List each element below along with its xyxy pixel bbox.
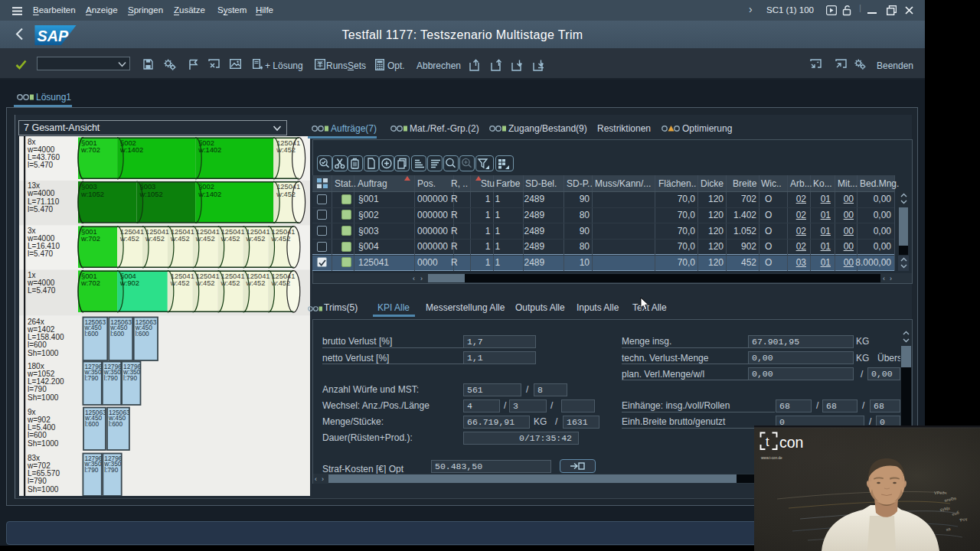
svg-text:w:452: w:452: [246, 279, 266, 287]
svg-text:§001: §001: [81, 139, 97, 147]
svg-text:§002: §002: [198, 139, 214, 147]
svg-text:t: t: [766, 435, 769, 448]
svg-text:Sh=1000: Sh=1000: [28, 349, 59, 357]
svg-text:125041: 125041: [272, 228, 296, 236]
svg-text:l:790: l:790: [104, 374, 118, 382]
svg-text:w:1402: w:1402: [198, 146, 221, 154]
svg-text:125041: 125041: [196, 272, 220, 280]
svg-text:l:790: l:790: [84, 374, 98, 382]
svg-text:w:452: w:452: [195, 235, 215, 243]
svg-text:125041: 125041: [221, 272, 245, 280]
svg-text:125041: 125041: [276, 183, 300, 191]
svg-text:w:1052: w:1052: [139, 191, 163, 198]
svg-text:l:790: l:790: [104, 466, 118, 474]
svg-text:w:702: w:702: [80, 235, 100, 243]
svg-text:125041: 125041: [247, 228, 270, 236]
svg-text:125041: 125041: [276, 139, 300, 147]
svg-text:§003: §003: [81, 183, 97, 191]
svg-text:125041: 125041: [196, 228, 220, 236]
svg-text:l:600: l:600: [109, 420, 122, 428]
svg-text:VPéðч: VPéðч: [934, 491, 946, 495]
svg-text:w:452: w:452: [270, 279, 290, 287]
svg-text:Sh=1000: Sh=1000: [28, 393, 59, 402]
svg-text:w:452: w:452: [246, 235, 266, 243]
svg-text:w:452: w:452: [271, 235, 291, 243]
svg-text:l=5.470: l=5.470: [28, 205, 54, 214]
svg-text:l:790: l:790: [123, 374, 137, 382]
svg-text:w:452: w:452: [145, 235, 165, 243]
svg-text:l:600: l:600: [110, 330, 124, 337]
svg-text:l=5.470: l=5.470: [28, 161, 54, 169]
svg-text:§003: §003: [140, 183, 156, 191]
svg-text:l:600: l:600: [84, 330, 98, 337]
svg-text:§002: §002: [120, 139, 136, 147]
svg-text:125041: 125041: [145, 228, 169, 236]
svg-text:Sh=1000: Sh=1000: [28, 485, 59, 494]
svg-text:w:1402: w:1402: [198, 191, 221, 198]
svg-text:Sh=1000: Sh=1000: [28, 439, 59, 448]
svg-text:w:452: w:452: [170, 279, 190, 287]
svg-text:w:1052: w:1052: [80, 191, 104, 198]
svg-text:w:452: w:452: [220, 279, 240, 287]
svg-text:l:600: l:600: [85, 420, 99, 428]
svg-text:L=5.470: L=5.470: [28, 286, 56, 295]
svg-text:125041: 125041: [171, 228, 194, 236]
svg-text:w:452: w:452: [276, 146, 296, 154]
svg-text:w:452: w:452: [195, 279, 215, 287]
svg-text:w:702: w:702: [80, 279, 100, 287]
svg-text:www.t-con.de: www.t-con.de: [761, 456, 782, 460]
svg-text:125041: 125041: [171, 272, 194, 280]
svg-text:125041: 125041: [221, 228, 245, 236]
svg-text:w:702: w:702: [80, 146, 100, 154]
svg-text:§002: §002: [198, 183, 214, 191]
svg-text:хө: хө: [946, 527, 951, 532]
svg-text:§001: §001: [81, 228, 97, 236]
svg-text:w:452: w:452: [220, 235, 240, 243]
svg-text:l:790: l:790: [84, 466, 98, 474]
svg-text:w:902: w:902: [119, 279, 139, 287]
svg-text:w:452: w:452: [170, 235, 190, 243]
svg-text:l=5.470: l=5.470: [28, 249, 54, 258]
svg-text:125041: 125041: [120, 228, 144, 236]
svg-text:l:600: l:600: [136, 330, 149, 337]
svg-text:125041: 125041: [271, 272, 295, 280]
svg-text:w:452: w:452: [119, 235, 139, 243]
svg-text:§004: §004: [120, 272, 136, 280]
svg-text:§001: §001: [81, 272, 97, 280]
svg-text:con: con: [779, 434, 803, 451]
svg-text:w:452: w:452: [276, 191, 296, 198]
svg-text:w:1402: w:1402: [119, 146, 143, 154]
svg-text:125041: 125041: [247, 272, 270, 280]
